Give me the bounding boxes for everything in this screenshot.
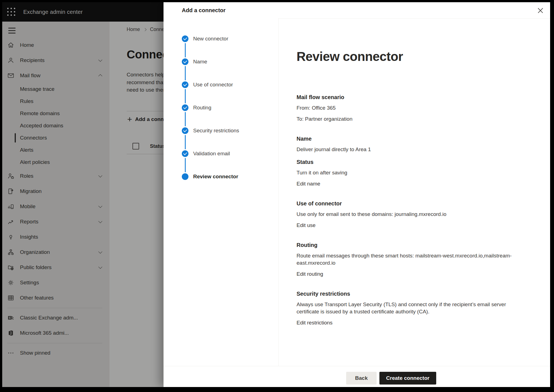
sidebar-item-insights[interactable]: Insights xyxy=(2,229,109,244)
chevron-icon xyxy=(98,204,102,208)
sidebar-item-label: Roles xyxy=(20,173,34,179)
breadcrumb: Home Conne xyxy=(127,27,165,32)
status-column-header[interactable]: Status xyxy=(150,143,165,149)
sidebar-item-mail-flow[interactable]: Mail flow xyxy=(2,68,109,83)
sidebar-item-organization[interactable]: Organization xyxy=(2,244,109,260)
sidebar-item-icon xyxy=(7,264,14,271)
page-title: Connec xyxy=(127,48,169,61)
review-pane: Review connector Mail flow scenario From… xyxy=(297,18,542,366)
sidebar-item-other-features[interactable]: Other features xyxy=(2,290,109,305)
add-connector-button[interactable]: + Add a conn xyxy=(127,115,164,123)
breadcrumb-home-link[interactable]: Home xyxy=(127,27,140,32)
sidebar-item xyxy=(2,341,109,345)
add-connector-modal: Add a connector New connector Name Use o… xyxy=(164,2,550,387)
create-connector-button[interactable]: Create connector xyxy=(379,372,436,385)
wizard-step-name[interactable]: Name xyxy=(182,58,278,65)
sidebar-item-label: Insights xyxy=(20,234,38,240)
review-title: Review connector xyxy=(297,49,542,64)
sidebar-item-label: Other features xyxy=(20,295,53,301)
sidebar-item-rules[interactable]: Rules xyxy=(2,95,109,107)
wizard-steps: New connector Name Use of connector Rout… xyxy=(164,18,279,366)
step-status-icon xyxy=(182,81,188,88)
sidebar-item-icon xyxy=(7,233,14,241)
sidebar-item-connectors[interactable]: Connectors xyxy=(2,132,109,144)
page-description-line: need to use ther xyxy=(127,86,165,94)
page-description-line: recommend that xyxy=(127,79,165,86)
sidebar-item-mobile[interactable]: Mobile xyxy=(2,199,109,214)
chevron-icon xyxy=(98,219,102,223)
sidebar-item-reports[interactable]: Reports xyxy=(2,214,109,229)
close-icon[interactable] xyxy=(537,7,543,13)
chevron-icon xyxy=(98,173,102,177)
sidebar-nav: Home Recipients Mail flow xyxy=(2,37,109,360)
review-status-value: Turn it on after saving xyxy=(297,169,520,176)
step-status-icon xyxy=(182,127,188,134)
app-title: Exchange admin center xyxy=(23,2,83,22)
chevron-icon xyxy=(98,58,102,61)
review-security-restrictions-value: Always use Transport Layer Security (TLS… xyxy=(297,301,520,315)
check-icon xyxy=(183,151,187,155)
chevron-icon xyxy=(98,265,102,269)
sidebar-item-icon xyxy=(7,329,14,337)
sidebar-item-migration[interactable]: Migration xyxy=(2,184,109,199)
sidebar-item-label: Message trace xyxy=(20,86,55,92)
sidebar-item-icon xyxy=(7,172,14,180)
step-status-icon xyxy=(182,150,188,157)
sidebar-item-classic-exchange-admin[interactable]: Classic Exchange adm... xyxy=(2,310,109,325)
sidebar-item-roles[interactable]: Roles xyxy=(2,168,109,184)
sidebar-item-icon xyxy=(7,72,14,79)
sidebar-item-label: Mobile xyxy=(20,203,35,210)
sidebar-item-label: Microsoft 365 admi... xyxy=(20,330,69,336)
chevron-icon xyxy=(98,74,102,78)
wizard-step-review-connector[interactable]: Review connector xyxy=(182,173,278,180)
sidebar-item-icon xyxy=(7,314,14,321)
select-all-checkbox[interactable] xyxy=(132,143,139,149)
step-status-icon xyxy=(182,104,188,111)
sidebar-item-home[interactable]: Home xyxy=(2,37,109,53)
review-blocks: Mail flow scenario From: Office 365 To: … xyxy=(297,94,542,326)
sidebar-item-public-folders[interactable]: Public folders xyxy=(2,260,109,275)
sidebar-item-alert-policies[interactable]: Alert policies xyxy=(2,156,109,168)
sidebar-item-recipients[interactable]: Recipients xyxy=(2,53,109,68)
step-label: Use of connector xyxy=(193,82,233,88)
review-status-heading: Status xyxy=(297,159,520,165)
modal-footer: Back Create connector xyxy=(164,366,550,387)
sidebar-item-alerts[interactable]: Alerts xyxy=(2,144,109,156)
sidebar-item-remote-domains[interactable]: Remote domains xyxy=(2,107,109,120)
sidebar-item-microsoft-365-admin[interactable]: Microsoft 365 admi... xyxy=(2,325,109,341)
step-label: Routing xyxy=(193,105,211,111)
review-edit-restrictions-link: Edit restrictions xyxy=(297,319,333,326)
wizard-step-routing[interactable]: Routing xyxy=(182,104,278,111)
sidebar-item-label: Alert policies xyxy=(20,159,50,165)
app-launcher-icon[interactable] xyxy=(7,8,15,16)
step-status-icon xyxy=(182,35,188,42)
sidebar-item-icon xyxy=(7,294,14,301)
sidebar-item-label: Home xyxy=(20,42,34,48)
sidebar-item-label: Remote domains xyxy=(20,110,60,117)
wizard-step-use-of-connector[interactable]: Use of connector xyxy=(182,81,278,88)
sidebar-item-settings[interactable]: Settings xyxy=(2,275,109,290)
sidebar-item-label: Public folders xyxy=(20,264,52,270)
sidebar-item-show-pinned[interactable]: Show pinned xyxy=(2,345,109,360)
sidebar-item-message-trace[interactable]: Message trace xyxy=(2,83,109,95)
exchange-admin-center-app: Exchange admin center Home Recipients xyxy=(2,2,550,387)
sidebar-item-accepted-domains[interactable]: Accepted domains xyxy=(2,120,109,132)
review-mail-flow-from: From: Office 365 xyxy=(297,104,520,112)
wizard-step-security-restrictions[interactable]: Security restrictions xyxy=(182,127,278,134)
sidebar-item xyxy=(2,305,109,310)
plus-icon: + xyxy=(127,115,132,123)
check-icon xyxy=(183,105,187,109)
wizard-step-new-connector[interactable]: New connector xyxy=(182,35,278,42)
sidebar-item-icon xyxy=(7,218,14,225)
review-use-of-connector-value: Use only for email sent to these domains… xyxy=(297,211,520,218)
sidebar-item-label: Settings xyxy=(20,280,39,286)
breadcrumb-current: Conne xyxy=(150,27,165,32)
sidebar-item-label: Migration xyxy=(20,188,42,194)
sidebar: Home Recipients Mail flow xyxy=(2,22,109,387)
step-status-icon xyxy=(182,173,188,180)
back-button[interactable]: Back xyxy=(346,372,377,385)
review-routing-value: Route email messages through these smart… xyxy=(297,252,520,267)
sidebar-item-icon xyxy=(7,57,14,64)
hamburger-icon[interactable] xyxy=(8,28,16,33)
wizard-step-validation-email[interactable]: Validation email xyxy=(182,150,278,157)
